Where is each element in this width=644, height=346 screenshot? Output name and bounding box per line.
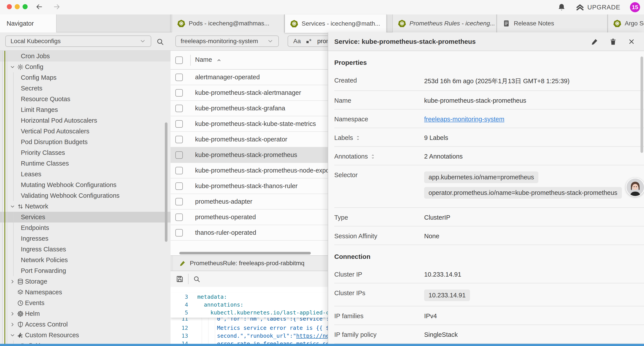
window-bottom-accent <box>0 344 644 346</box>
row-checkbox[interactable] <box>175 136 183 143</box>
sidebar-item-events[interactable]: Events <box>0 298 170 308</box>
editor-search-icon[interactable] <box>193 275 200 283</box>
table-row[interactable]: thanos-ruler-operated <box>170 225 328 241</box>
assistant-avatar[interactable] <box>626 178 644 197</box>
sidebar-item-definitions[interactable]: Definitions <box>0 341 170 344</box>
table-row[interactable]: alertmanager-operated <box>170 70 328 85</box>
sidebar-item-runtime-classes[interactable]: Runtime Classes <box>0 158 170 169</box>
table-row[interactable]: prometheus-operated <box>170 210 328 225</box>
sidebar-item-network-policies[interactable]: Network Policies <box>0 255 170 265</box>
sidebar-item-port-forwarding[interactable]: Port Forwarding <box>0 265 170 276</box>
regex-toggle[interactable]: * <box>306 38 312 45</box>
namespace-select[interactable]: freeleaps-monitoring-system <box>175 35 279 47</box>
sidebar-scrollbar-thumb[interactable] <box>165 122 168 242</box>
table-row[interactable]: kube-prometheus-stack-grafana <box>170 101 328 116</box>
bell-icon[interactable] <box>557 3 566 11</box>
sidebar-item-storage[interactable]: Storage <box>0 276 170 287</box>
select-all-checkbox[interactable] <box>175 56 183 64</box>
sidebar-item-label: Custom Resources <box>25 332 79 339</box>
table-row[interactable]: kube-prometheus-stack-alertmanager <box>170 85 328 101</box>
back-icon[interactable] <box>35 3 44 11</box>
minimize-window-button[interactable] <box>15 4 20 9</box>
row-checkbox[interactable] <box>175 167 183 174</box>
tab-services[interactable]: Services - icecheng@math...✕ <box>284 14 387 33</box>
sidebar-item-validating-webhook-configurations[interactable]: Validating Webhook Configurations <box>0 190 170 201</box>
close-icon[interactable] <box>628 38 635 45</box>
row-checkbox[interactable] <box>175 74 183 81</box>
chevron-down-icon[interactable] <box>10 64 15 70</box>
sidebar-item-horizontal-pod-autoscalers[interactable]: Horizontal Pod Autoscalers <box>0 115 170 126</box>
row-checkbox[interactable] <box>175 151 183 159</box>
maximize-window-button[interactable] <box>22 4 28 9</box>
sidebar-search-icon[interactable] <box>156 38 164 45</box>
table-row[interactable]: kube-prometheus-stack-prometheus-node-ex… <box>170 163 328 178</box>
sidebar-item-custom-resources[interactable]: Custom Resources <box>0 330 170 341</box>
filter-input[interactable]: Aa * prome <box>288 35 328 47</box>
sidebar-item-priority-classes[interactable]: Priority Classes <box>0 147 170 158</box>
table-row[interactable]: kube-prometheus-stack-kube-state-metrics <box>170 116 328 132</box>
sidebar-item-endpoints[interactable]: Endpoints <box>0 223 170 233</box>
sidebar-item-secrets[interactable]: Secrets <box>0 83 170 94</box>
chevron-down-icon[interactable] <box>10 204 15 209</box>
sidebar-item-helm[interactable]: Helm <box>0 308 170 319</box>
chevron-right-icon[interactable] <box>10 322 15 327</box>
tab-prometheus[interactable]: Prometheus Rules - icecheng... <box>392 14 497 32</box>
trash-icon[interactable] <box>609 38 617 45</box>
row-checkbox[interactable] <box>175 182 183 190</box>
upgrade-button[interactable]: UPGRADE <box>576 3 620 11</box>
horizontal-scrollbar-thumb[interactable] <box>179 252 311 255</box>
sidebar-item-config[interactable]: Config <box>0 61 170 72</box>
tab-release[interactable]: Release Notes <box>497 14 608 32</box>
detail-scrollbar-thumb[interactable] <box>640 56 643 153</box>
sidebar-item-ingresses[interactable]: Ingresses <box>0 233 170 244</box>
kubeconfig-select[interactable]: Local Kubeconfigs <box>5 35 151 47</box>
tab-navigator[interactable]: Navigator <box>0 14 56 32</box>
sidebar-item-config-maps[interactable]: Config Maps <box>0 72 170 83</box>
chevron-right-icon[interactable] <box>10 311 15 317</box>
upgrade-chevrons-icon <box>576 3 584 11</box>
sidebar-item-mutating-webhook-configurations[interactable]: Mutating Webhook Configurations <box>0 180 170 190</box>
row-checkbox[interactable] <box>175 229 183 237</box>
editor-line: 13second.","runbook_url":"https://net <box>170 332 328 340</box>
yaml-editor[interactable]: 110","for":"nm","labels":{"service":"f12… <box>170 287 328 344</box>
sidebar-item-label: Port Forwarding <box>21 267 66 274</box>
sidebar-item-limit-ranges[interactable]: Limit Ranges <box>0 104 170 115</box>
table-row[interactable]: prometheus-adapter <box>170 194 328 210</box>
row-checkbox[interactable] <box>175 120 183 128</box>
detail-header: Service: kube-prometheus-stack-prometheu… <box>328 32 644 51</box>
row-checkbox[interactable] <box>175 198 183 205</box>
tab-argo[interactable]: Argo Se <box>608 14 644 32</box>
sidebar-item-services[interactable]: Services <box>0 212 170 223</box>
sidebar-item-leases[interactable]: Leases <box>0 169 170 180</box>
sidebar-item-pod-disruption-budgets[interactable]: Pod Disruption Budgets <box>0 137 170 147</box>
sidebar-item-namespaces[interactable]: Namespaces <box>0 287 170 298</box>
table-row[interactable]: kube-prometheus-stack-thanos-ruler <box>170 178 328 194</box>
save-icon[interactable] <box>176 275 184 283</box>
row-checkbox[interactable] <box>175 214 183 221</box>
chevron-right-icon[interactable] <box>10 279 15 285</box>
sort-updown-icon[interactable] <box>356 136 360 140</box>
forward-icon[interactable] <box>52 3 61 11</box>
namespace-link[interactable]: freeleaps-monitoring-system <box>424 116 504 123</box>
horizontal-scrollbar <box>170 251 328 255</box>
sidebar-item-ingress-classes[interactable]: Ingress Classes <box>0 244 170 255</box>
sort-ascending-icon[interactable] <box>216 57 222 63</box>
table-row[interactable]: kube-prometheus-stack-prometheus <box>170 147 328 163</box>
notification-count-badge[interactable]: 15 <box>630 2 640 12</box>
chevron-down-icon[interactable] <box>10 333 15 338</box>
sidebar-item-network[interactable]: Network <box>0 201 170 212</box>
sidebar-item-vertical-pod-autoscalers[interactable]: Vertical Pod Autoscalers <box>0 126 170 137</box>
column-header-name[interactable]: Name <box>195 56 212 63</box>
sidebar-item-access-control[interactable]: Access Control <box>0 319 170 330</box>
close-window-button[interactable] <box>7 4 12 9</box>
row-checkbox[interactable] <box>175 89 183 97</box>
sort-updown-icon[interactable] <box>370 154 375 159</box>
sidebar-item-cron-jobs[interactable]: Cron Jobs <box>0 51 170 61</box>
edit-icon[interactable] <box>591 38 598 45</box>
table-row[interactable]: kube-prometheus-stack-operator <box>170 132 328 147</box>
row-checkbox[interactable] <box>175 105 183 112</box>
editor-tab-prometheusrule[interactable]: PrometheusRule: freeleaps-prod-rabbitmq <box>173 256 328 271</box>
sidebar-item-resource-quotas[interactable]: Resource Quotas <box>0 94 170 104</box>
match-case-toggle[interactable]: Aa <box>293 38 301 45</box>
tab-pods[interactable]: Pods - icecheng@mathmas... <box>172 14 284 32</box>
